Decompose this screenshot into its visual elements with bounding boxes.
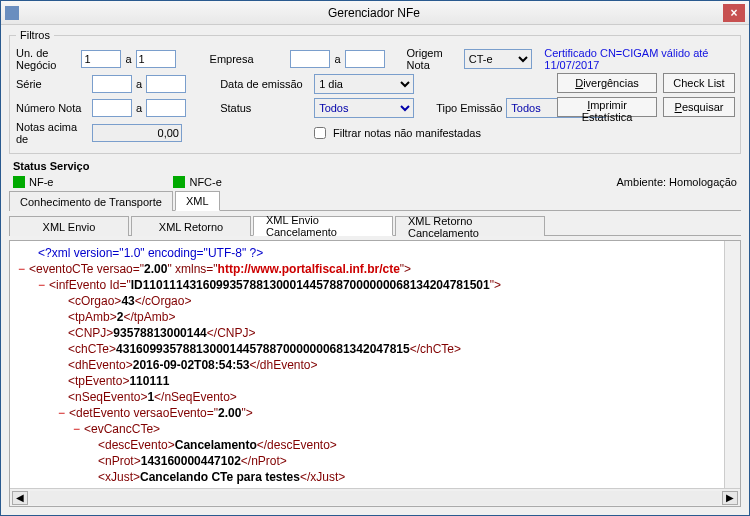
origem-select[interactable]: CT-e [464,49,533,69]
scroll-right-icon[interactable]: ▶ [722,491,738,505]
filtrar-checkbox[interactable] [314,127,326,139]
ambiente-label: Ambiente: Homologação [617,176,737,188]
empresa-to[interactable] [345,50,385,68]
tab-xml[interactable]: XML [175,191,220,211]
status-filter-label: Status [220,102,310,114]
content-area: Filtros Un. de Negócio a Empresa a Orige… [1,25,749,515]
empresa-from[interactable] [290,50,330,68]
a-label-3: a [136,78,142,90]
vertical-scrollbar[interactable] [724,241,740,488]
imprimir-button[interactable]: Imprimir Estatística [557,97,657,117]
xml-panel: <?xml version="1.0" encoding="UTF-8" ?> … [9,240,741,507]
xml-content[interactable]: <?xml version="1.0" encoding="UTF-8" ?> … [10,241,740,488]
status-icons-row: NF-e NFC-e Ambiente: Homologação [9,174,741,190]
serie-label: Série [16,78,88,90]
tab-conhecimento[interactable]: Conhecimento de Transporte [9,191,173,211]
pesquisar-button[interactable]: Pesquisar [663,97,735,117]
checklist-button[interactable]: Check List [663,73,735,93]
a-label-2: a [334,53,340,65]
certificate-text: Certificado CN=CIGAM válido até 11/07/20… [544,47,734,71]
serie-to[interactable] [146,75,186,93]
horizontal-scrollbar[interactable]: ◀ ▶ [10,488,740,506]
subtab-retorno-canc[interactable]: XML Retorno Cancelamento [395,216,545,236]
nfe-status-icon [13,176,25,188]
a-label-4: a [136,102,142,114]
scroll-left-icon[interactable]: ◀ [12,491,28,505]
data-label: Data de emissão [220,78,310,90]
numero-label: Número Nota [16,102,88,114]
nfe-status-label: NF-e [29,176,53,188]
notas-label: Notas acima de [16,121,88,145]
app-icon [5,6,19,20]
status-select[interactable]: Todos [314,98,414,118]
divergencias-button[interactable]: Divergências [557,73,657,93]
filtrar-label: Filtrar notas não manifestadas [333,127,481,139]
serie-from[interactable] [92,75,132,93]
un-negocio-to[interactable] [136,50,176,68]
titlebar: Gerenciador NFe × [1,1,749,25]
button-column: Divergências Check List Imprimir Estatís… [557,73,735,117]
main-tabbar: Conhecimento de Transporte XML [9,190,741,211]
filtrar-checkbox-row[interactable]: Filtrar notas não manifestadas [310,124,481,142]
window-title: Gerenciador NFe [25,6,723,20]
nfc-status-label: NFC-e [189,176,221,188]
numero-from[interactable] [92,99,132,117]
filters-legend: Filtros [16,29,54,41]
close-button[interactable]: × [723,4,745,22]
app-window: Gerenciador NFe × Filtros Un. de Negócio… [0,0,750,516]
scroll-track[interactable] [30,491,720,505]
tipo-label: Tipo Emissão [436,102,502,114]
status-service-row: Status Serviço [9,158,741,174]
nfc-status-icon [173,176,185,188]
subtab-envio-canc[interactable]: XML Envio Cancelamento [253,216,393,236]
data-select[interactable]: 1 dia [314,74,414,94]
numero-to[interactable] [146,99,186,117]
subtab-envio[interactable]: XML Envio [9,216,129,236]
status-service-label: Status Serviço [13,160,89,172]
un-negocio-label: Un. de Negócio [16,47,77,71]
sub-tabbar: XML Envio XML Retorno XML Envio Cancelam… [9,215,741,236]
subtab-retorno[interactable]: XML Retorno [131,216,251,236]
a-label-1: a [125,53,131,65]
empresa-label: Empresa [210,53,287,65]
origem-label: Origem Nota [407,47,460,71]
notas-valor[interactable] [92,124,182,142]
un-negocio-from[interactable] [81,50,121,68]
